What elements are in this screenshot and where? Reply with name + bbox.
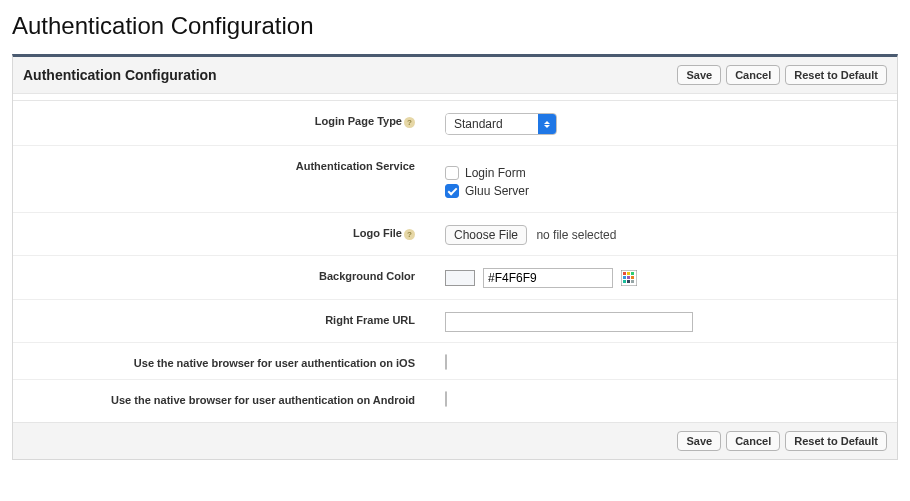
help-icon[interactable]: ?: [404, 117, 415, 128]
label-right-frame-url: Right Frame URL: [13, 310, 433, 326]
row-native-ios: Use the native browser for user authenti…: [13, 342, 897, 379]
svg-rect-7: [623, 280, 626, 283]
auth-service-gluu-server: Gluu Server: [445, 184, 529, 198]
header-button-group: Save Cancel Reset to Default: [677, 65, 887, 85]
choose-file-button[interactable]: Choose File: [445, 225, 527, 245]
label-text: Login Page Type: [315, 115, 402, 127]
svg-rect-3: [631, 272, 634, 275]
page-title: Authentication Configuration: [12, 12, 910, 40]
save-button[interactable]: Save: [677, 65, 721, 85]
checkbox-label: Login Form: [465, 166, 526, 180]
select-value: Standard: [446, 114, 538, 134]
checkbox-native-ios[interactable]: [445, 354, 447, 370]
row-native-android: Use the native browser for user authenti…: [13, 379, 897, 416]
auth-config-panel: Authentication Configuration Save Cancel…: [12, 54, 898, 460]
control-right-frame-url: [433, 310, 693, 332]
svg-rect-6: [631, 276, 634, 279]
label-login-page-type: Login Page Type?: [13, 111, 433, 128]
cancel-button[interactable]: Cancel: [726, 65, 780, 85]
svg-rect-9: [631, 280, 634, 283]
login-page-type-select[interactable]: Standard: [445, 113, 557, 135]
svg-rect-5: [627, 276, 630, 279]
row-login-page-type: Login Page Type? Standard: [13, 100, 897, 145]
chevron-updown-icon: [538, 114, 556, 134]
control-native-android: [445, 390, 447, 406]
auth-service-login-form: Login Form: [445, 166, 529, 180]
panel-footer: Save Cancel Reset to Default: [13, 422, 897, 459]
checkbox-gluu-server[interactable]: [445, 184, 459, 198]
right-frame-url-input[interactable]: [445, 312, 693, 332]
panel-header: Authentication Configuration Save Cancel…: [13, 57, 897, 94]
svg-rect-2: [627, 272, 630, 275]
control-background-color: [433, 266, 637, 289]
reset-to-default-button[interactable]: Reset to Default: [785, 431, 887, 451]
label-background-color: Background Color: [13, 266, 433, 282]
control-native-ios: [445, 353, 447, 369]
color-picker-icon[interactable]: [621, 270, 637, 286]
row-logo-file: Logo File? Choose File no file selected: [13, 212, 897, 255]
form-body: Login Page Type? Standard Authentication…: [13, 94, 897, 422]
row-background-color: Background Color: [13, 255, 897, 299]
label-logo-file: Logo File?: [13, 223, 433, 240]
footer-button-group: Save Cancel Reset to Default: [677, 431, 887, 451]
checkbox-label: Gluu Server: [465, 184, 529, 198]
checkbox-login-form[interactable]: [445, 166, 459, 180]
svg-rect-4: [623, 276, 626, 279]
save-button[interactable]: Save: [677, 431, 721, 451]
checkbox-native-android[interactable]: [445, 391, 447, 407]
help-icon[interactable]: ?: [404, 229, 415, 240]
label-text: Logo File: [353, 227, 402, 239]
file-status-text: no file selected: [536, 228, 616, 242]
label-native-android: Use the native browser for user authenti…: [13, 390, 433, 406]
row-right-frame-url: Right Frame URL: [13, 299, 897, 342]
color-swatch[interactable]: [445, 270, 475, 286]
background-color-input[interactable]: [483, 268, 613, 288]
row-auth-service: Authentication Service Login Form Gluu S…: [13, 145, 897, 212]
control-logo-file: Choose File no file selected: [445, 223, 616, 245]
cancel-button[interactable]: Cancel: [726, 431, 780, 451]
label-auth-service: Authentication Service: [13, 156, 433, 172]
reset-to-default-button[interactable]: Reset to Default: [785, 65, 887, 85]
control-login-page-type: Standard: [433, 111, 557, 135]
panel-title: Authentication Configuration: [23, 67, 217, 83]
svg-rect-8: [627, 280, 630, 283]
label-native-ios: Use the native browser for user authenti…: [13, 353, 433, 369]
control-auth-service: Login Form Gluu Server: [433, 156, 529, 202]
svg-rect-1: [623, 272, 626, 275]
